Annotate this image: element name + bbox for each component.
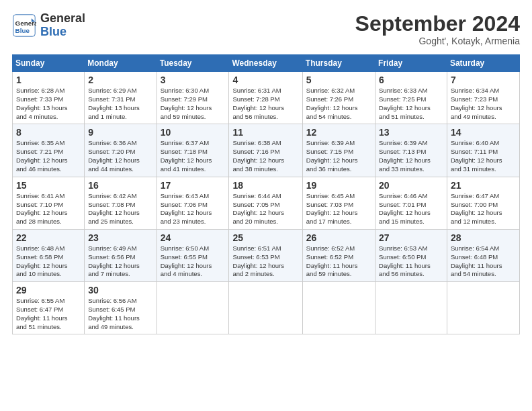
day-info: Sunrise: 6:55 AM Sunset: 6:47 PM Dayligh…: [16, 297, 68, 330]
day-number: 13: [379, 127, 443, 138]
calendar-cell: 29Sunrise: 6:55 AM Sunset: 6:47 PM Dayli…: [13, 282, 85, 334]
day-info: Sunrise: 6:34 AM Sunset: 7:23 PM Dayligh…: [451, 87, 502, 120]
day-info: Sunrise: 6:53 AM Sunset: 6:50 PM Dayligh…: [379, 244, 431, 277]
calendar-cell: 19Sunrise: 6:45 AM Sunset: 7:03 PM Dayli…: [302, 177, 375, 229]
col-friday: Friday: [375, 55, 447, 72]
calendar-week-row: 1Sunrise: 6:28 AM Sunset: 7:33 PM Daylig…: [13, 72, 520, 124]
day-number: 26: [306, 232, 371, 243]
day-info: Sunrise: 6:54 AM Sunset: 6:48 PM Dayligh…: [451, 244, 502, 277]
calendar-cell: 8Sunrise: 6:35 AM Sunset: 7:21 PM Daylig…: [13, 124, 85, 177]
calendar-week-row: 22Sunrise: 6:48 AM Sunset: 6:58 PM Dayli…: [13, 229, 520, 281]
calendar-cell: 9Sunrise: 6:36 AM Sunset: 7:20 PM Daylig…: [85, 124, 157, 177]
calendar-cell: 10Sunrise: 6:37 AM Sunset: 7:18 PM Dayli…: [157, 124, 229, 177]
calendar-cell: 28Sunrise: 6:54 AM Sunset: 6:48 PM Dayli…: [447, 229, 519, 281]
day-info: Sunrise: 6:39 AM Sunset: 7:13 PM Dayligh…: [379, 139, 431, 172]
day-number: 21: [451, 180, 516, 191]
day-info: Sunrise: 6:31 AM Sunset: 7:28 PM Dayligh…: [232, 87, 284, 120]
day-number: 30: [88, 285, 152, 295]
day-number: 22: [16, 232, 81, 243]
day-info: Sunrise: 6:46 AM Sunset: 7:01 PM Dayligh…: [379, 192, 431, 225]
day-number: 17: [161, 180, 226, 191]
day-info: Sunrise: 6:33 AM Sunset: 7:25 PM Dayligh…: [379, 87, 431, 120]
col-tuesday: Tuesday: [157, 55, 229, 72]
calendar-cell: 24Sunrise: 6:50 AM Sunset: 6:55 PM Dayli…: [157, 229, 229, 281]
col-saturday: Saturday: [447, 55, 519, 72]
day-info: Sunrise: 6:28 AM Sunset: 7:33 PM Dayligh…: [16, 87, 68, 120]
calendar-cell: [157, 282, 229, 334]
day-number: 5: [306, 75, 371, 85]
col-wednesday: Wednesday: [229, 55, 302, 72]
day-number: 29: [16, 285, 81, 295]
day-number: 7: [451, 75, 516, 85]
calendar-cell: 6Sunrise: 6:33 AM Sunset: 7:25 PM Daylig…: [375, 72, 447, 124]
calendar-cell: [375, 282, 447, 334]
calendar-cell: [447, 282, 519, 334]
page: General Blue General Blue September 2024…: [0, 0, 532, 411]
calendar-cell: 27Sunrise: 6:53 AM Sunset: 6:50 PM Dayli…: [375, 229, 447, 281]
calendar-week-row: 8Sunrise: 6:35 AM Sunset: 7:21 PM Daylig…: [13, 124, 520, 177]
calendar-week-row: 29Sunrise: 6:55 AM Sunset: 6:47 PM Dayli…: [13, 282, 520, 334]
day-number: 18: [232, 180, 298, 191]
day-info: Sunrise: 6:44 AM Sunset: 7:05 PM Dayligh…: [232, 192, 284, 225]
day-info: Sunrise: 6:38 AM Sunset: 7:16 PM Dayligh…: [232, 139, 284, 172]
day-number: 12: [306, 127, 371, 138]
day-number: 2: [88, 75, 152, 85]
header: General Blue General Blue September 2024…: [12, 12, 520, 46]
calendar-cell: 11Sunrise: 6:38 AM Sunset: 7:16 PM Dayli…: [229, 124, 302, 177]
day-info: Sunrise: 6:40 AM Sunset: 7:11 PM Dayligh…: [451, 139, 502, 172]
day-number: 15: [16, 180, 81, 191]
calendar-cell: 15Sunrise: 6:41 AM Sunset: 7:10 PM Dayli…: [13, 177, 85, 229]
day-number: 23: [88, 232, 152, 243]
day-info: Sunrise: 6:29 AM Sunset: 7:31 PM Dayligh…: [88, 87, 140, 120]
day-number: 8: [16, 127, 81, 138]
day-number: 25: [232, 232, 298, 243]
logo-blue-text: Blue: [40, 26, 85, 39]
calendar-table: Sunday Monday Tuesday Wednesday Thursday…: [12, 54, 520, 334]
col-sunday: Sunday: [13, 55, 85, 72]
day-info: Sunrise: 6:32 AM Sunset: 7:26 PM Dayligh…: [306, 87, 358, 120]
day-number: 11: [232, 127, 298, 138]
calendar-cell: 22Sunrise: 6:48 AM Sunset: 6:58 PM Dayli…: [13, 229, 85, 281]
day-number: 20: [379, 180, 443, 191]
day-info: Sunrise: 6:43 AM Sunset: 7:06 PM Dayligh…: [161, 192, 212, 225]
day-info: Sunrise: 6:52 AM Sunset: 6:52 PM Dayligh…: [306, 244, 358, 277]
location-subtitle: Goght', Kotayk, Armenia: [355, 36, 520, 46]
col-thursday: Thursday: [302, 55, 375, 72]
day-number: 4: [232, 75, 298, 85]
calendar-cell: 12Sunrise: 6:39 AM Sunset: 7:15 PM Dayli…: [302, 124, 375, 177]
day-number: 27: [379, 232, 443, 243]
day-info: Sunrise: 6:42 AM Sunset: 7:08 PM Dayligh…: [88, 192, 140, 225]
calendar-cell: 2Sunrise: 6:29 AM Sunset: 7:31 PM Daylig…: [85, 72, 157, 124]
day-number: 16: [88, 180, 152, 191]
logo-icon: General Blue: [12, 13, 36, 38]
calendar-cell: 4Sunrise: 6:31 AM Sunset: 7:28 PM Daylig…: [229, 72, 302, 124]
calendar-cell: 1Sunrise: 6:28 AM Sunset: 7:33 PM Daylig…: [13, 72, 85, 124]
calendar-cell: 26Sunrise: 6:52 AM Sunset: 6:52 PM Dayli…: [302, 229, 375, 281]
calendar-cell: 7Sunrise: 6:34 AM Sunset: 7:23 PM Daylig…: [447, 72, 519, 124]
col-monday: Monday: [85, 55, 157, 72]
day-info: Sunrise: 6:35 AM Sunset: 7:21 PM Dayligh…: [16, 139, 68, 172]
day-info: Sunrise: 6:41 AM Sunset: 7:10 PM Dayligh…: [16, 192, 68, 225]
calendar-cell: 21Sunrise: 6:47 AM Sunset: 7:00 PM Dayli…: [447, 177, 519, 229]
calendar-cell: 5Sunrise: 6:32 AM Sunset: 7:26 PM Daylig…: [302, 72, 375, 124]
day-number: 14: [451, 127, 516, 138]
day-info: Sunrise: 6:39 AM Sunset: 7:15 PM Dayligh…: [306, 139, 358, 172]
day-info: Sunrise: 6:50 AM Sunset: 6:55 PM Dayligh…: [161, 244, 212, 277]
day-info: Sunrise: 6:49 AM Sunset: 6:56 PM Dayligh…: [88, 244, 140, 277]
logo: General Blue General Blue: [12, 12, 85, 39]
calendar-cell: [229, 282, 302, 334]
day-info: Sunrise: 6:36 AM Sunset: 7:20 PM Dayligh…: [88, 139, 140, 172]
calendar-cell: 14Sunrise: 6:40 AM Sunset: 7:11 PM Dayli…: [447, 124, 519, 177]
logo-text: General Blue: [40, 12, 85, 39]
day-info: Sunrise: 6:51 AM Sunset: 6:53 PM Dayligh…: [232, 244, 284, 277]
svg-text:Blue: Blue: [15, 27, 30, 34]
day-info: Sunrise: 6:48 AM Sunset: 6:58 PM Dayligh…: [16, 244, 68, 277]
calendar-body: 1Sunrise: 6:28 AM Sunset: 7:33 PM Daylig…: [13, 72, 520, 334]
day-number: 24: [161, 232, 226, 243]
day-info: Sunrise: 6:37 AM Sunset: 7:18 PM Dayligh…: [161, 139, 212, 172]
calendar-cell: 25Sunrise: 6:51 AM Sunset: 6:53 PM Dayli…: [229, 229, 302, 281]
calendar-cell: 16Sunrise: 6:42 AM Sunset: 7:08 PM Dayli…: [85, 177, 157, 229]
calendar-cell: 20Sunrise: 6:46 AM Sunset: 7:01 PM Dayli…: [375, 177, 447, 229]
day-number: 6: [379, 75, 443, 85]
day-number: 19: [306, 180, 371, 191]
